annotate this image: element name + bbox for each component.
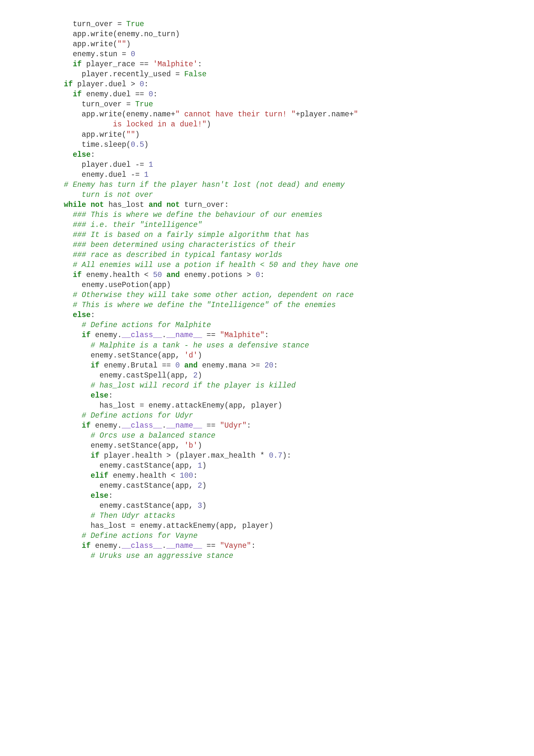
token-str: "Udyr" (220, 421, 247, 430)
code-line: enemy.castStance(app, 1) (55, 461, 479, 471)
token-plain: has_lost (104, 201, 149, 209)
token-cmt: # This is where we define the "Intellige… (73, 301, 336, 309)
token-plain: : (193, 472, 198, 480)
code-line: enemy.castStance(app, 3) (55, 501, 479, 511)
token-plain: player.duel > (73, 80, 140, 89)
token-plain: player.duel -= (82, 161, 149, 169)
token-plain: enemy.castStance(app, (99, 462, 198, 470)
token-bi: False (184, 70, 206, 79)
token-kw: and (184, 361, 197, 370)
code-line: else: (55, 150, 479, 160)
token-kw: elif (90, 472, 108, 480)
token-kw: if (82, 542, 91, 550)
token-plain: enemy.castStance(app, (99, 501, 198, 510)
token-plain: enemy.health < (109, 472, 180, 480)
token-cmt: # Define actions for Malphite (82, 321, 211, 329)
token-kw: if (73, 90, 82, 98)
token-plain: +player.name+ (295, 110, 353, 119)
token-plain: : (260, 271, 265, 279)
code-line: has_lost = enemy.attackEnemy(app, player… (55, 521, 479, 531)
token-cmt: # Define actions for Vayne (82, 532, 198, 540)
code-line: # Define actions for Vayne (55, 531, 479, 541)
code-line: enemy.duel -= 1 (55, 170, 479, 180)
code-line: if enemy.__class__.__name__ == "Malphite… (55, 330, 479, 340)
token-sp: __name__ (166, 542, 202, 550)
token-sp: __name__ (166, 421, 202, 430)
token-num: 0 (149, 90, 153, 98)
token-plain (180, 361, 184, 370)
token-plain: enemy.health < (82, 271, 153, 279)
code-line: app.write("") (55, 130, 479, 140)
token-cmt: ### i.e. their "intelligence" (73, 221, 202, 229)
token-kw: else (90, 392, 108, 400)
code-line: if enemy.duel == 0: (55, 90, 479, 99)
token-kw: not (166, 201, 180, 209)
token-plain: : (273, 361, 278, 370)
code-line: turn is not over (55, 190, 479, 200)
code-line: enemy.setStance(app, 'd') (55, 351, 479, 361)
token-plain: ): (282, 451, 292, 460)
token-kw: if (90, 451, 99, 460)
token-str: " cannot have their turn! " (175, 110, 296, 119)
token-plain: turn_over: (180, 201, 229, 209)
token-num: 1 (149, 161, 153, 169)
token-num: 0 (140, 80, 144, 89)
token-cmt: # Enemy has turn if the player hasn't lo… (64, 181, 345, 189)
code-line: if player.health > (player.max_health * … (55, 451, 479, 461)
code-line: # Uruks use an aggressive stance (55, 551, 479, 561)
token-cmt: ### It is based on a fairly simple algor… (73, 231, 309, 239)
token-plain: enemy.duel -= (82, 171, 144, 179)
token-kw: if (73, 60, 82, 68)
token-plain: : (198, 60, 202, 68)
token-num: 1 (198, 462, 202, 470)
token-str: 'd' (184, 351, 197, 360)
code-line: ### i.e. their "intelligence" (55, 220, 479, 230)
token-plain: enemy.setStance(app, (90, 442, 184, 450)
token-num: 0.7 (269, 451, 282, 460)
token-num: 0 (256, 271, 260, 279)
token-plain: ) (202, 501, 207, 510)
token-plain: turn_over = (73, 20, 126, 28)
code-line: # has_lost will record if the player is … (55, 381, 479, 391)
code-line: has_lost = enemy.attackEnemy(app, player… (55, 401, 479, 411)
token-plain: enemy.potions > (180, 271, 256, 279)
token-plain: : (109, 392, 113, 400)
code-line: if player_race == 'Malphite': (55, 60, 479, 69)
token-num: 20 (265, 361, 274, 370)
code-line: # Define actions for Udyr (55, 411, 479, 421)
token-sp: __class__ (122, 421, 162, 430)
token-num: 100 (180, 472, 193, 480)
code-line: if enemy.__class__.__name__ == "Vayne": (55, 541, 479, 551)
code-line: if enemy.health < 50 and enemy.potions >… (55, 270, 479, 280)
token-str: "Vayne" (220, 542, 251, 550)
code-line: # Then Udyr attacks (55, 511, 479, 521)
code-page: turn_over = True app.write(enemy.no_turn… (0, 0, 534, 581)
token-kw: while (64, 201, 86, 209)
code-line: ### been determined using characteristic… (55, 240, 479, 250)
token-plain: player.recently_used = (82, 70, 184, 79)
token-plain: : (265, 331, 269, 339)
token-plain: enemy.duel == (82, 90, 149, 98)
code-line: player.recently_used = False (55, 69, 479, 79)
token-plain (162, 271, 166, 279)
token-cmt: # Define actions for Udyr (82, 412, 193, 420)
token-plain: ) (126, 40, 131, 48)
token-plain: player_race == (82, 60, 153, 68)
code-line: if enemy.Brutal == 0 and enemy.mana >= 2… (55, 361, 479, 371)
token-plain: player.health > (player.max_health * (99, 451, 269, 460)
token-plain: : (109, 492, 113, 500)
token-plain: has_lost = enemy.attackEnemy(app, player… (99, 401, 282, 410)
code-line: turn_over = True (55, 99, 479, 110)
token-cmt: # All enemies will use a potion if healt… (73, 261, 358, 269)
token-plain: : (90, 311, 95, 319)
token-plain: : (90, 150, 95, 159)
token-kw: if (82, 421, 91, 430)
token-str: "" (117, 40, 126, 48)
token-plain: enemy. (90, 331, 122, 339)
token-str: " (354, 110, 358, 119)
token-plain: enemy.castStance(app, (99, 482, 198, 490)
code-line: if player.duel > 0: (55, 79, 479, 90)
code-line: else: (55, 310, 479, 320)
code-line: elif enemy.health < 100: (55, 471, 479, 481)
token-plain (86, 201, 91, 209)
